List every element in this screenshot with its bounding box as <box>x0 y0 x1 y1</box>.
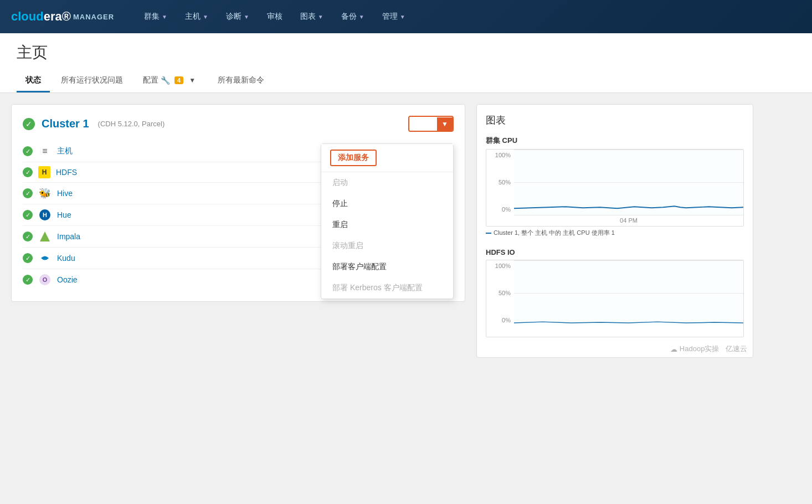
svg-text:O: O <box>43 276 48 283</box>
nav-hosts[interactable]: 主机 ▼ <box>177 7 216 26</box>
impala-icon <box>38 230 52 243</box>
cpu-x-axis: 04 PM <box>514 215 743 226</box>
cpu-chart-area: 100% 50% 0% 04 PM <box>486 149 744 227</box>
cpu-chart-body <box>514 150 743 215</box>
cluster-name[interactable]: Cluster 1 <box>42 117 89 130</box>
hdfs-grid-mid <box>514 293 743 294</box>
dropdown-stop[interactable]: 停止 <box>321 193 453 214</box>
config-badge: 4 <box>174 76 183 84</box>
nav-diagnostics[interactable]: 诊断 ▼ <box>218 7 257 26</box>
service-status-hosts: ✓ <box>23 146 33 156</box>
add-service-label[interactable]: 添加服务 <box>330 150 377 166</box>
service-name-hosts[interactable]: 主机 <box>57 146 73 156</box>
tab-status[interactable]: 状态 <box>17 70 50 92</box>
tab-health-issues[interactable]: 所有运行状况问题 <box>52 70 132 92</box>
hue-icon: H <box>38 208 52 222</box>
service-status-oozie: ✓ <box>23 275 33 285</box>
watermark: ☁ Hadoop实操 亿速云 <box>670 344 747 354</box>
hdfs-io-chart-label: HDFS IO <box>486 248 744 256</box>
cluster-header: ✓ Cluster 1 (CDH 5.12.0, Parcel) ▼ <box>23 116 454 132</box>
service-name-hive[interactable]: Hive <box>57 189 73 198</box>
nav-backup-arrow: ▼ <box>359 14 364 20</box>
cluster-actions-dropdown: 添加服务 启动 停止 重启 滚动重启 部署客户端配置 部署 Kerberos 客… <box>321 143 454 299</box>
service-status-hdfs: ✓ <box>23 167 33 177</box>
config-wrench-icon: 🔧 <box>161 76 170 85</box>
dropdown-header: 添加服务 <box>321 144 453 172</box>
service-status-hue: ✓ <box>23 210 33 220</box>
hdfs-io-chart-block: HDFS IO 100% 50% 0% <box>486 248 744 337</box>
hdfs-y-axis: 100% 50% 0% <box>486 260 514 326</box>
svg-marker-2 <box>40 232 50 241</box>
logo-cloudera: cloudera® <box>11 9 71 24</box>
oozie-icon: O <box>38 273 52 286</box>
service-name-kudu[interactable]: Kudu <box>57 254 75 263</box>
cpu-chart-legend: Cluster 1, 整个 主机 中的 主机 CPU 使用率 1 <box>486 229 744 237</box>
cluster-card: ✓ Cluster 1 (CDH 5.12.0, Parcel) ▼ 添加服务 … <box>11 104 465 302</box>
cluster-actions-label <box>409 117 437 131</box>
hosts-icon: ≡ <box>38 145 52 158</box>
main-content: ✓ Cluster 1 (CDH 5.12.0, Parcel) ▼ 添加服务 … <box>0 93 812 369</box>
nav-hosts-arrow: ▼ <box>203 14 208 20</box>
service-name-hue[interactable]: Hue <box>57 210 71 219</box>
nav-admin[interactable]: 管理 ▼ <box>374 7 413 26</box>
nav-cluster[interactable]: 群集 ▼ <box>136 7 175 26</box>
service-name-impala[interactable]: Impala <box>57 232 80 241</box>
nav-charts-arrow: ▼ <box>318 14 323 20</box>
nav-cluster-arrow: ▼ <box>162 14 167 20</box>
cpu-chart-block: 群集 CPU 100% 50% 0% 04 PM <box>486 136 744 237</box>
page-title: 主页 <box>17 42 795 63</box>
hive-icon: 🐝 <box>38 187 52 200</box>
cluster-actions-arrow-icon: ▼ <box>437 117 453 131</box>
nav-backup[interactable]: 备份 ▼ <box>333 7 372 26</box>
service-name-oozie[interactable]: Oozie <box>57 275 78 284</box>
config-dropdown-button[interactable]: ▼ <box>187 75 198 85</box>
dropdown-rolling-restart: 滚动重启 <box>321 235 453 256</box>
tabs-bar: 状态 所有运行状况问题 配置 🔧 4 ▼ 所有最新命令 <box>17 70 795 92</box>
dropdown-restart[interactable]: 重启 <box>321 214 453 235</box>
main-header: cloudera® MANAGER 群集 ▼ 主机 ▼ 诊断 ▼ 审核 图表 ▼… <box>0 0 812 33</box>
hdfs-icon: H <box>38 166 50 178</box>
tab-recent-commands[interactable]: 所有最新命令 <box>209 70 273 92</box>
tab-config[interactable]: 配置 🔧 4 ▼ <box>134 70 207 92</box>
cluster-actions-button[interactable]: ▼ <box>408 116 454 132</box>
charts-panel-title: 图表 <box>486 114 744 127</box>
cpu-chart-label: 群集 CPU <box>486 136 744 146</box>
charts-panel: 图表 群集 CPU 100% 50% 0% 0 <box>476 104 753 358</box>
cpu-y-axis: 100% 50% 0% <box>486 150 514 215</box>
legend-dot <box>486 233 491 234</box>
svg-text:H: H <box>43 212 47 218</box>
service-status-hive: ✓ <box>23 188 33 198</box>
page-header: 主页 状态 所有运行状况问题 配置 🔧 4 ▼ 所有最新命令 <box>0 33 812 93</box>
service-status-kudu: ✓ <box>23 253 33 263</box>
grid-line-top <box>514 150 743 150</box>
hdfs-chart-body <box>514 260 743 326</box>
logo-manager: MANAGER <box>73 13 114 21</box>
nav-diagnostics-arrow: ▼ <box>244 14 249 20</box>
nav-admin-arrow: ▼ <box>400 14 405 20</box>
kudu-icon <box>38 251 52 265</box>
service-status-impala: ✓ <box>23 232 33 241</box>
hdfs-io-chart-area: 100% 50% 0% <box>486 260 744 337</box>
nav-charts[interactable]: 图表 ▼ <box>292 7 331 26</box>
hdfs-grid-top <box>514 260 743 261</box>
cluster-version: (CDH 5.12.0, Parcel) <box>98 120 165 128</box>
cluster-status-icon: ✓ <box>23 118 35 130</box>
service-name-hdfs[interactable]: HDFS <box>56 168 77 177</box>
nav-audit[interactable]: 审核 <box>259 7 290 26</box>
dropdown-start: 启动 <box>321 172 453 193</box>
dropdown-deploy-client-config[interactable]: 部署客户端配置 <box>321 256 453 277</box>
logo-area: cloudera® MANAGER <box>11 9 114 24</box>
grid-line-mid <box>514 182 743 183</box>
dropdown-deploy-kerberos: 部署 Kerberos 客户端配置 <box>321 277 453 299</box>
main-nav: 群集 ▼ 主机 ▼ 诊断 ▼ 审核 图表 ▼ 备份 ▼ 管理 ▼ <box>136 7 801 26</box>
